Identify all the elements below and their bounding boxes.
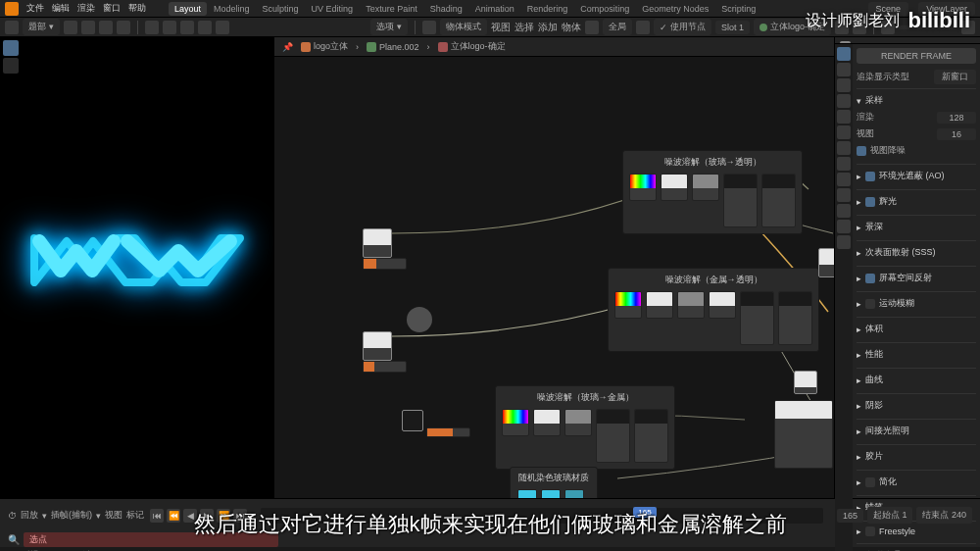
tab-geo[interactable]: Geometry Nodes bbox=[636, 2, 714, 16]
texture-node[interactable] bbox=[677, 291, 705, 319]
cursor-tool[interactable] bbox=[3, 58, 19, 74]
section-shadows[interactable]: ▸ 阴影 bbox=[857, 397, 976, 414]
tab-uv[interactable]: UV Editing bbox=[306, 2, 360, 16]
tool-icon[interactable] bbox=[145, 21, 159, 34]
tool-icon[interactable] bbox=[81, 21, 95, 34]
modifier-tab-icon[interactable] bbox=[837, 141, 851, 155]
render-button[interactable]: RENDER FRAME bbox=[857, 48, 976, 64]
editor-type-icon[interactable] bbox=[5, 21, 19, 34]
section-curves[interactable]: ▸ 曲线 bbox=[857, 372, 976, 388]
texture-node[interactable] bbox=[564, 409, 592, 436]
value-node[interactable] bbox=[363, 228, 392, 258]
section-sss[interactable]: ▸ 次表面散射 (SSS) bbox=[857, 244, 976, 261]
tab-scripting[interactable]: Scripting bbox=[715, 2, 761, 16]
ao-checkbox[interactable] bbox=[865, 172, 875, 181]
shader-node-editor[interactable]: 📌 logo立体 › Plane.002 › 立体logo-确定 噪波溶解（玻璃… bbox=[274, 37, 835, 498]
texture-node[interactable] bbox=[692, 174, 719, 201]
texture-node[interactable] bbox=[646, 291, 673, 319]
tool-icon[interactable] bbox=[216, 21, 229, 34]
mix-node[interactable] bbox=[596, 409, 630, 463]
mode-selector[interactable]: 题部 ▾ bbox=[23, 19, 60, 35]
tab-rendering[interactable]: Rendering bbox=[521, 2, 574, 16]
section-bloom[interactable]: ▸ 辉光 bbox=[857, 193, 976, 210]
particle-tab-icon[interactable] bbox=[837, 157, 851, 171]
denoise-checkbox[interactable] bbox=[857, 146, 866, 156]
value-node[interactable] bbox=[363, 331, 392, 361]
tool-icon[interactable] bbox=[198, 21, 212, 34]
data-tab-icon[interactable] bbox=[837, 204, 851, 218]
object-mode[interactable]: 物体模式 bbox=[440, 19, 487, 35]
section-sampling[interactable]: ▾ 采样 bbox=[857, 92, 976, 109]
physics-tab-icon[interactable] bbox=[837, 173, 851, 186]
outliner[interactable]: logo 动画 logo立体 logo立体边框 灯光摄像机 bbox=[835, 37, 980, 44]
menu-window[interactable]: 窗口 bbox=[103, 2, 121, 15]
material-tab-icon[interactable] bbox=[837, 220, 851, 233]
texture-node[interactable] bbox=[533, 409, 561, 436]
orientation[interactable]: 全局 bbox=[603, 19, 632, 35]
editor-type-icon[interactable] bbox=[422, 21, 436, 34]
shader-node[interactable] bbox=[778, 291, 812, 345]
ssr-checkbox[interactable] bbox=[865, 274, 875, 283]
texture-tab-icon[interactable] bbox=[837, 235, 851, 249]
render-tab-icon[interactable] bbox=[837, 47, 851, 61]
view-menu[interactable]: 视图 bbox=[491, 21, 511, 34]
shader-node[interactable] bbox=[818, 248, 835, 277]
menu-render[interactable]: 渲染 bbox=[77, 2, 95, 15]
section-ao[interactable]: ▸ 环境光遮蔽 (AO) bbox=[857, 168, 976, 184]
object-menu[interactable]: 物体 bbox=[562, 21, 581, 34]
menu-edit[interactable]: 编辑 bbox=[52, 2, 70, 15]
section-performance[interactable]: ▸ 性能 bbox=[857, 346, 976, 363]
shader-node[interactable] bbox=[794, 371, 817, 394]
mix-node[interactable] bbox=[723, 174, 758, 227]
section-indirect[interactable]: ▸ 间接光照明 bbox=[857, 423, 976, 439]
breadcrumb-material[interactable]: 立体logo-确定 bbox=[438, 40, 506, 53]
node-frame-metal-transparent[interactable]: 噪波溶解（金属→透明） bbox=[608, 268, 819, 352]
tab-modeling[interactable]: Modeling bbox=[208, 2, 256, 16]
breadcrumb-object[interactable]: logo立体 bbox=[301, 40, 348, 53]
color-node[interactable] bbox=[517, 489, 537, 498]
tool-icon[interactable] bbox=[180, 21, 194, 34]
tab-anim[interactable]: Animation bbox=[469, 2, 520, 16]
node-frame-glass-transparent[interactable]: 噪波溶解（玻璃→透明） bbox=[622, 150, 803, 234]
colorramp-node[interactable] bbox=[629, 174, 657, 201]
slider-node[interactable] bbox=[363, 361, 407, 373]
viewlayer-tab-icon[interactable] bbox=[837, 78, 851, 92]
select-tool[interactable] bbox=[3, 40, 19, 56]
pivot-icon[interactable] bbox=[636, 21, 650, 34]
color-node[interactable] bbox=[541, 489, 561, 498]
add-menu[interactable]: 添加 bbox=[538, 21, 558, 34]
section-film[interactable]: ▸ 胶片 bbox=[857, 448, 976, 465]
pin-icon[interactable]: 📌 bbox=[282, 42, 293, 52]
menu-file[interactable]: 文件 bbox=[26, 2, 44, 15]
section-dof[interactable]: ▸ 景深 bbox=[857, 219, 976, 235]
tool-icon[interactable] bbox=[163, 21, 176, 34]
object-tab-icon[interactable] bbox=[837, 125, 851, 139]
principled-node[interactable] bbox=[774, 400, 833, 469]
tab-texpaint[interactable]: Texture Paint bbox=[360, 2, 423, 16]
tab-shading[interactable]: Shading bbox=[424, 2, 468, 16]
colorramp-node[interactable] bbox=[614, 291, 642, 319]
node-frame-random-glass[interactable]: 随机染色玻璃材质 bbox=[510, 467, 598, 498]
bloom-checkbox[interactable] bbox=[865, 197, 875, 207]
select-menu[interactable]: 选择 bbox=[514, 21, 534, 34]
tab-sculpting[interactable]: Sculpting bbox=[257, 2, 305, 16]
color-node[interactable] bbox=[564, 489, 584, 498]
tool-icon[interactable] bbox=[117, 21, 130, 34]
colorramp-node[interactable] bbox=[502, 409, 529, 436]
tool-icon[interactable] bbox=[99, 21, 113, 34]
scene-tab-icon[interactable] bbox=[837, 94, 851, 108]
3d-viewport[interactable] bbox=[0, 37, 274, 498]
breadcrumb-data[interactable]: Plane.002 bbox=[367, 42, 419, 52]
display-dropdown[interactable]: 新窗口 bbox=[934, 70, 976, 84]
section-volumetrics[interactable]: ▸ 体积 bbox=[857, 321, 976, 337]
value-node[interactable] bbox=[402, 410, 423, 431]
viewport-samples-field[interactable]: 16 bbox=[937, 128, 976, 140]
slider-node[interactable] bbox=[426, 427, 470, 437]
output-tab-icon[interactable] bbox=[837, 63, 851, 76]
slot-selector[interactable]: Slot 1 bbox=[715, 21, 750, 34]
mix-node[interactable] bbox=[740, 291, 774, 345]
tool-icon[interactable] bbox=[64, 21, 77, 34]
constraint-tab-icon[interactable] bbox=[837, 188, 851, 202]
section-ssr[interactable]: ▸ 屏幕空间反射 bbox=[857, 270, 976, 286]
shader-node[interactable] bbox=[761, 174, 796, 227]
